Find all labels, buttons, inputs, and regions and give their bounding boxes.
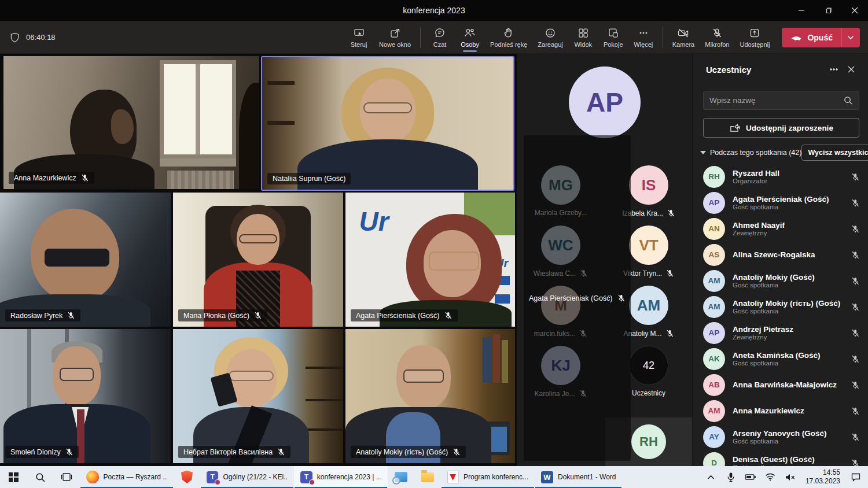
panel-more-button[interactable] <box>825 62 843 77</box>
mic-muted-icon[interactable] <box>851 354 860 364</box>
restore-button[interactable] <box>815 0 841 21</box>
brave-icon <box>181 471 193 483</box>
mic-icon <box>727 472 735 482</box>
video-tile-agata-pierscieniak[interactable]: Ur Ur Agata Pierścieniak (Gość) <box>345 193 515 327</box>
mic-muted-icon[interactable] <box>851 328 860 338</box>
close-button[interactable] <box>841 0 868 21</box>
toolbar-button-udostepnij[interactable]: Udostępnij <box>734 21 775 54</box>
taskbar-app-explorer[interactable] <box>414 466 441 488</box>
toolbar-button-mikrofon[interactable]: Mikrofon <box>700 21 734 54</box>
toolbar-button-wiecej[interactable]: Więcej <box>628 21 659 54</box>
participant-row[interactable]: AN Ahmed Naayif Zewnętrzny <box>693 216 868 242</box>
leave-label: Opuść <box>807 33 833 42</box>
chevron-up-icon <box>707 475 715 480</box>
video-tile-smolen-dionizy[interactable]: Smoleń Dionizy <box>0 329 171 463</box>
taskbar-app-brave[interactable] <box>174 466 200 488</box>
tray-chevron-up[interactable] <box>703 466 720 488</box>
meeting-section-row: Podczas tego spotkania (42) Wycisz wszys… <box>699 144 859 161</box>
video-tile-maria-plonka[interactable]: Maria Płonka (Gość) <box>173 193 343 327</box>
mic-muted-icon[interactable] <box>851 198 860 208</box>
action-center-button[interactable] <box>847 466 865 488</box>
toolbar-button-nowe-okno[interactable]: Nowe okno <box>374 21 416 54</box>
leave-main[interactable]: Opuść <box>782 33 841 42</box>
avatar: VT <box>629 225 668 265</box>
participant-row[interactable]: AM Anna Mazurkiewicz <box>693 398 868 424</box>
video-tile-nataliia-suprun[interactable]: Nataliia Suprun (Gość) <box>261 56 514 191</box>
panel-close-button[interactable] <box>843 62 860 77</box>
tile-name-chip: Nataliia Suprun (Gość) <box>267 173 351 184</box>
participant-row[interactable]: AM Anatoliy Mokiy (гість) (Gość) Gość sp… <box>693 294 868 320</box>
video-content <box>3 56 259 189</box>
participant-row[interactable]: RH Ryszard Hall Organizator <box>693 164 868 190</box>
tile-name-chip: Maria Płonka (Gość) <box>178 309 267 321</box>
tray-clock[interactable]: 14:55 17.03.2023 <box>801 468 845 486</box>
toolbar-button-kamera[interactable]: Kamera <box>667 21 700 54</box>
breakout-rooms-icon <box>608 27 619 39</box>
participant-row[interactable]: AB Anna Barwińska-Małajowicz <box>693 372 868 398</box>
participant-row[interactable]: D Denisa (Guest) (Gość) Gość spotkania <box>693 450 868 466</box>
avatar: AY <box>703 426 725 448</box>
mic-muted-icon[interactable] <box>851 224 860 234</box>
mute-all-button[interactable]: Wycisz wszystkich <box>801 145 868 161</box>
battery-icon <box>745 473 756 481</box>
video-tile-nebrat-viktoriia[interactable]: Небрат Вікторія Василівна <box>173 329 343 463</box>
tile-name-chip: Небрат Вікторія Василівна <box>178 446 290 458</box>
task-view-icon <box>61 472 72 482</box>
taskbar-app-word[interactable]: W Dokument1 - Word <box>535 466 622 488</box>
tray-volume-muted[interactable] <box>781 466 799 488</box>
participant-row[interactable]: AY Arseniy Yanovych (Gość) Gość spotkani… <box>693 424 868 450</box>
tray-wifi[interactable] <box>762 466 779 488</box>
leave-button[interactable]: Opuść <box>782 28 860 47</box>
toolbar-divider <box>420 27 421 48</box>
mic-muted-icon[interactable] <box>851 432 860 442</box>
tray-microphone[interactable] <box>722 466 740 488</box>
share-invite-label: Udostępnij zaproszenie <box>746 124 833 132</box>
participant-row[interactable]: AP Andrzej Pietrasz Zewnętrzny <box>693 320 868 346</box>
toolbar-button-czat[interactable]: Czat <box>425 21 455 54</box>
toolbar-button-osoby[interactable]: Osoby <box>455 21 485 54</box>
video-stage: AP Agata Pierścieniak (Gość) MG Mariola … <box>0 54 693 466</box>
share-invite-button[interactable]: Udostępnij zaproszenie <box>703 118 859 138</box>
featured-avatar[interactable]: AP <box>569 66 641 138</box>
mic-muted-icon[interactable] <box>851 302 860 312</box>
avatar: AM <box>703 400 725 422</box>
video-tile-anna-mazurkiewicz[interactable]: Anna Mazurkiewicz <box>3 56 259 189</box>
participant-search[interactable] <box>703 91 859 110</box>
tile-name-chip: Radosław Pyrek <box>5 309 80 321</box>
leave-options[interactable] <box>841 35 860 40</box>
meeting-toolbar: 06:40:18 Steruj Nowe okno Czat Osoby <box>0 21 868 54</box>
mic-muted-icon[interactable] <box>851 380 860 390</box>
toolbar-button-widok[interactable]: Widok <box>568 21 598 54</box>
toolbar-button-podnies-reke[interactable]: Podnieś rękę <box>485 21 532 54</box>
start-button[interactable] <box>0 466 27 488</box>
video-content <box>345 329 515 463</box>
collapse-triangle-icon[interactable] <box>700 151 706 154</box>
taskbar-app-teams-ogolny[interactable]: T Ogólny (21/22 - KEi... <box>200 466 294 488</box>
window-controls <box>788 0 868 21</box>
search-input[interactable] <box>709 96 843 105</box>
mic-muted-icon[interactable] <box>851 172 860 182</box>
participant-row[interactable]: AK Aneta Kamińska (Gość) Gość spotkania <box>693 346 868 372</box>
mic-muted-icon[interactable] <box>851 250 860 260</box>
video-tile-radoslaw-pyrek[interactable]: Radosław Pyrek <box>0 193 171 327</box>
toolbar-button-steruj[interactable]: Steruj <box>344 21 374 54</box>
participant-row[interactable]: AP Agata Pierścieniak (Gość) Gość spotka… <box>693 190 868 216</box>
participant-row[interactable]: AS Alina Szewc-Rogalska <box>693 242 868 268</box>
minimize-button[interactable] <box>788 0 815 21</box>
task-view-button[interactable] <box>53 466 80 488</box>
mic-muted-icon[interactable] <box>851 459 860 467</box>
taskbar-app-teams-konferencja[interactable]: T konferencja 2023 | ... <box>294 466 388 488</box>
mic-muted-icon[interactable] <box>851 406 860 416</box>
firefox-icon <box>86 471 99 483</box>
mic-muted-icon[interactable] <box>851 276 860 286</box>
tray-battery[interactable] <box>742 466 759 488</box>
toolbar-button-zareaguj[interactable]: Zareaguj <box>532 21 568 54</box>
taskbar-search-button[interactable] <box>27 466 53 488</box>
taskbar-app-pdf[interactable]: Program konferenc... <box>441 466 535 488</box>
participant-row[interactable]: AM Anatoliy Mokiy (Gość) Gość spotkania <box>693 268 868 294</box>
taskbar-app-poczta[interactable]: Poczta — Ryszard ... <box>80 466 174 488</box>
taskbar-app-magnifier[interactable] <box>388 466 414 488</box>
video-tile-anatoliy-mokiy[interactable]: Anatoliy Mokiy (гість) (Gość) <box>345 329 515 463</box>
tile-name: Radosław Pyrek <box>10 312 62 320</box>
toolbar-button-pokoje[interactable]: Pokoje <box>598 21 628 54</box>
